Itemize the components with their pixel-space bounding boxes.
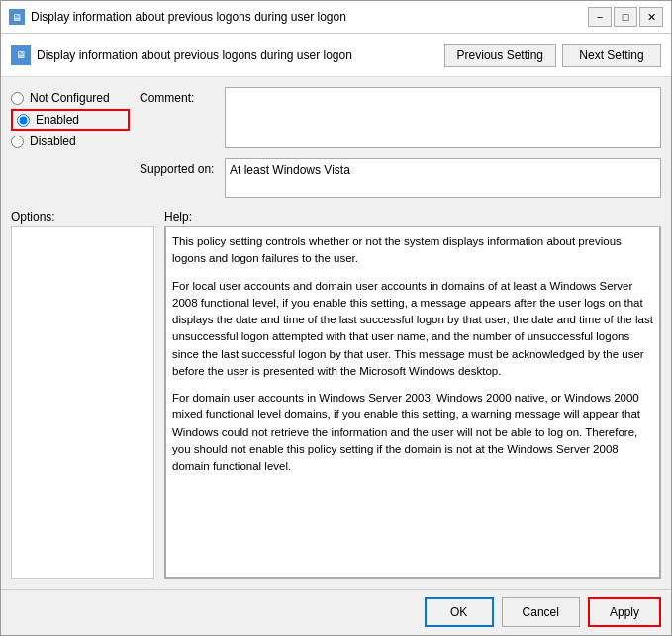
policy-icon: 🖥 [11,45,31,65]
disabled-radio[interactable]: Disabled [11,135,130,148]
supported-value: At least Windows Vista [225,158,661,198]
title-bar-controls: − □ ✕ [588,7,663,27]
radio-column: Not Configured Enabled Disabled [11,87,130,198]
content-area: Not Configured Enabled Disabled Comment: [1,77,671,589]
disabled-label: Disabled [30,135,76,148]
help-section: Help: This policy setting controls wheth… [164,206,661,579]
help-label: Help: [164,206,661,226]
help-panel-container: This policy setting controls whether or … [164,226,661,579]
options-panel [11,226,154,579]
top-section: Not Configured Enabled Disabled Comment: [11,87,661,198]
enabled-input[interactable] [17,114,30,127]
window-icon: 🖥 [9,9,25,25]
header-bar: 🖥 Display information about previous log… [1,34,671,77]
enabled-label: Enabled [36,113,79,127]
minimize-button[interactable]: − [588,7,612,27]
help-para-2: For local user accounts and domain user … [172,278,653,381]
options-label: Options: [11,206,154,226]
not-configured-input[interactable] [11,92,24,105]
cancel-button[interactable]: Cancel [502,597,580,627]
ok-button[interactable]: OK [425,597,494,627]
bottom-section: Options: Help: This policy setting contr… [11,206,661,579]
next-setting-button[interactable]: Next Setting [562,44,661,67]
main-window: 🖥 Display information about previous log… [0,0,672,636]
comment-textarea[interactable] [225,87,661,148]
window-title: Display information about previous logon… [31,10,346,24]
help-para-3: For domain user accounts in Windows Serv… [172,390,653,475]
footer: OK Cancel Apply [1,589,671,635]
header-buttons: Previous Setting Next Setting [444,44,661,67]
help-content: This policy setting controls whether or … [165,227,660,578]
options-section: Options: [11,206,154,579]
apply-button[interactable]: Apply [588,597,661,627]
not-configured-label: Not Configured [30,91,110,105]
close-button[interactable]: ✕ [639,7,663,27]
header-left: 🖥 Display information about previous log… [11,45,352,65]
header-title: Display information about previous logon… [37,48,352,62]
title-bar: 🖥 Display information about previous log… [1,1,671,34]
supported-label: Supported on: [140,162,219,176]
enabled-radio[interactable]: Enabled [11,109,130,131]
supported-row: Supported on: At least Windows Vista [140,158,661,198]
not-configured-radio[interactable]: Not Configured [11,91,130,105]
fields-column: Comment: Supported on: At least Windows … [140,87,661,198]
maximize-button[interactable]: □ [614,7,637,27]
help-para-1: This policy setting controls whether or … [172,233,653,268]
title-bar-left: 🖥 Display information about previous log… [9,9,346,25]
comment-label: Comment: [140,91,219,105]
disabled-input[interactable] [11,136,24,148]
previous-setting-button[interactable]: Previous Setting [444,44,556,67]
comment-row: Comment: [140,87,661,148]
